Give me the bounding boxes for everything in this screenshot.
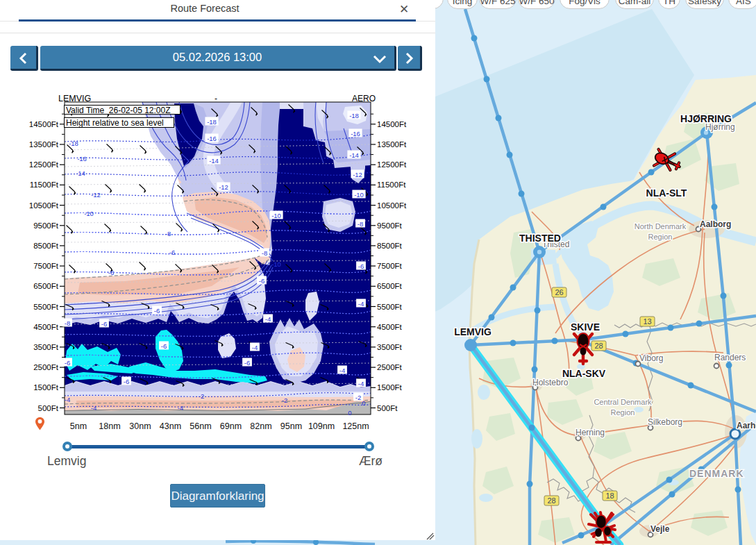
svg-text:500Ft: 500Ft [38, 404, 59, 412]
svg-text:-16: -16 [351, 130, 360, 137]
svg-text:-4: -4 [91, 404, 96, 412]
svg-text:-14: -14 [76, 169, 85, 177]
svg-text:-8: -8 [65, 319, 70, 327]
svg-text:14500Ft: 14500Ft [29, 120, 59, 128]
svg-text:SKIVE: SKIVE [571, 321, 600, 333]
svg-text:-6: -6 [244, 359, 250, 367]
svg-text:LEMVIG: LEMVIG [454, 326, 492, 337]
svg-text:-18: -18 [69, 140, 78, 147]
svg-text:109nm: 109nm [308, 421, 335, 431]
svg-text:6500Ft: 6500Ft [377, 282, 403, 290]
svg-text:26: 26 [555, 288, 563, 296]
svg-text:10500Ft: 10500Ft [377, 201, 407, 210]
svg-text:43nm: 43nm [160, 421, 181, 431]
svg-text:THISTED: THISTED [519, 233, 561, 244]
svg-text:Randers: Randers [714, 353, 746, 362]
svg-text:-8: -8 [165, 230, 171, 237]
svg-text:0: 0 [362, 399, 365, 407]
svg-text:Silkeborg: Silkeborg [648, 417, 682, 427]
svg-text:-6: -6 [161, 342, 167, 350]
svg-text:0: 0 [348, 409, 351, 417]
svg-text:NLA-SKV: NLA-SKV [562, 368, 606, 379]
svg-text:-6: -6 [65, 359, 70, 367]
svg-text:11500Ft: 11500Ft [377, 181, 406, 189]
svg-text:13: 13 [643, 317, 651, 326]
svg-text:-6: -6 [169, 249, 175, 256]
svg-text:Aalborg: Aalborg [700, 219, 731, 229]
svg-text:-8: -8 [358, 220, 363, 228]
svg-text:7500Ft: 7500Ft [33, 262, 59, 270]
svg-text:28: 28 [547, 496, 555, 505]
svg-text:1500Ft: 1500Ft [377, 383, 403, 392]
svg-text:-2: -2 [282, 396, 287, 404]
svg-text:5500Ft: 5500Ft [33, 303, 59, 311]
svg-text:Viborg: Viborg [639, 353, 663, 363]
svg-text:-2: -2 [199, 392, 204, 400]
svg-text:13500Ft: 13500Ft [29, 140, 59, 149]
svg-text:-6: -6 [259, 277, 264, 285]
svg-text:8500Ft: 8500Ft [33, 242, 59, 250]
svg-text:-14: -14 [349, 151, 359, 159]
svg-text:2500Ft: 2500Ft [377, 363, 403, 371]
svg-text:5500Ft: 5500Ft [377, 303, 403, 311]
svg-text:-6: -6 [154, 307, 160, 315]
svg-text:Aarhus: Aarhus [737, 421, 756, 430]
svg-text:Region: Region [611, 408, 635, 417]
svg-text:-18: -18 [349, 112, 359, 119]
svg-text:56nm: 56nm [190, 421, 211, 431]
svg-text:30nm: 30nm [129, 421, 151, 431]
svg-text:-: - [215, 94, 217, 103]
svg-text:-12: -12 [219, 183, 228, 191]
svg-text:14500Ft: 14500Ft [377, 120, 407, 128]
svg-text:Central Denmark: Central Denmark [594, 398, 652, 406]
svg-text:6500Ft: 6500Ft [33, 282, 59, 290]
svg-text:-6: -6 [108, 269, 114, 276]
svg-text:-4: -4 [265, 315, 271, 323]
svg-text:4500Ft: 4500Ft [377, 323, 403, 331]
svg-text:95nm: 95nm [280, 421, 302, 431]
svg-text:AERO: AERO [352, 94, 376, 103]
svg-text:18nm: 18nm [99, 421, 120, 431]
svg-text:18: 18 [605, 492, 614, 500]
svg-text:North Denmark: North Denmark [635, 222, 687, 230]
svg-text:500Ft: 500Ft [377, 404, 398, 412]
svg-text:12500Ft: 12500Ft [29, 160, 59, 169]
svg-text:Height relative to sea level: Height relative to sea level [66, 118, 164, 128]
svg-text:69nm: 69nm [220, 421, 242, 431]
svg-text:Holstebro: Holstebro [532, 378, 569, 387]
svg-text:-10: -10 [84, 210, 94, 217]
svg-text:-10: -10 [271, 260, 281, 268]
svg-text:-10: -10 [354, 191, 364, 199]
svg-text:3500Ft: 3500Ft [377, 343, 403, 351]
svg-text:12500Ft: 12500Ft [377, 160, 407, 169]
svg-text:13500Ft: 13500Ft [377, 140, 407, 149]
svg-text:2500Ft: 2500Ft [33, 363, 59, 371]
svg-text:82nm: 82nm [250, 421, 271, 431]
svg-text:-10: -10 [271, 212, 281, 219]
svg-text:-12: -12 [91, 191, 101, 199]
svg-text:NLA-SLT: NLA-SLT [646, 187, 687, 199]
svg-text:7500Ft: 7500Ft [377, 262, 403, 270]
svg-text:-16: -16 [207, 135, 217, 142]
svg-text:-4: -4 [358, 300, 364, 308]
svg-text:28: 28 [594, 342, 603, 350]
svg-text:Region: Region [648, 233, 673, 241]
svg-text:LEMVIG: LEMVIG [58, 94, 91, 103]
svg-text:3500Ft: 3500Ft [33, 343, 59, 351]
svg-text:-4: -4 [339, 367, 345, 374]
svg-text:-16: -16 [77, 155, 87, 162]
svg-text:4500Ft: 4500Ft [33, 323, 59, 331]
svg-text:DENMARK: DENMARK [689, 468, 744, 479]
svg-text:-14: -14 [209, 157, 219, 165]
svg-text:-2: -2 [355, 394, 361, 401]
svg-text:-4: -4 [358, 380, 364, 387]
svg-text:11500Ft: 11500Ft [30, 181, 59, 189]
svg-text:Herning: Herning [576, 428, 605, 437]
svg-text:-4: -4 [65, 396, 70, 403]
svg-text:HJØRRING: HJØRRING [680, 113, 732, 124]
svg-text:-8: -8 [262, 249, 267, 257]
svg-text:9500Ft: 9500Ft [33, 221, 59, 230]
svg-text:10500Ft: 10500Ft [29, 201, 59, 210]
svg-text:-4: -4 [252, 344, 258, 351]
svg-text:-6: -6 [358, 262, 364, 270]
